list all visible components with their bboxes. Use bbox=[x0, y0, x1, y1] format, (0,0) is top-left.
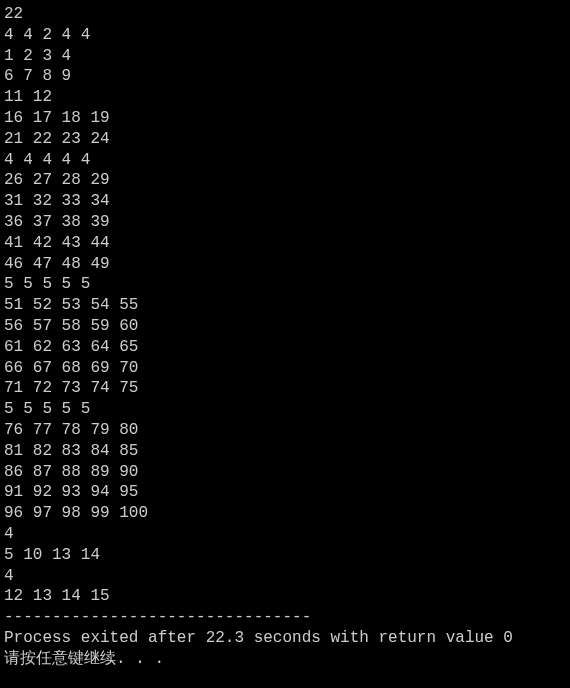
output-line: 31 32 33 34 bbox=[4, 191, 566, 212]
separator-line: -------------------------------- bbox=[4, 607, 566, 628]
output-line: 4 bbox=[4, 566, 566, 587]
output-line: 81 82 83 84 85 bbox=[4, 441, 566, 462]
output-line: 22 bbox=[4, 4, 566, 25]
output-line: 5 5 5 5 5 bbox=[4, 274, 566, 295]
output-line: 4 4 4 4 4 bbox=[4, 150, 566, 171]
output-line: 1 2 3 4 bbox=[4, 46, 566, 67]
output-line: 21 22 23 24 bbox=[4, 129, 566, 150]
output-line: 4 bbox=[4, 524, 566, 545]
output-line: 61 62 63 64 65 bbox=[4, 337, 566, 358]
output-line: 6 7 8 9 bbox=[4, 66, 566, 87]
output-line: 16 17 18 19 bbox=[4, 108, 566, 129]
output-line: 71 72 73 74 75 bbox=[4, 378, 566, 399]
output-line: 76 77 78 79 80 bbox=[4, 420, 566, 441]
output-line: 26 27 28 29 bbox=[4, 170, 566, 191]
output-line: 91 92 93 94 95 bbox=[4, 482, 566, 503]
output-line: 11 12 bbox=[4, 87, 566, 108]
output-line: 12 13 14 15 bbox=[4, 586, 566, 607]
output-line: 56 57 58 59 60 bbox=[4, 316, 566, 337]
press-any-key-prompt[interactable]: 请按任意键继续. . . bbox=[4, 649, 566, 670]
output-line: 4 4 2 4 4 bbox=[4, 25, 566, 46]
output-line: 66 67 68 69 70 bbox=[4, 358, 566, 379]
output-line: 5 10 13 14 bbox=[4, 545, 566, 566]
output-line: 51 52 53 54 55 bbox=[4, 295, 566, 316]
output-line: 41 42 43 44 bbox=[4, 233, 566, 254]
output-line: 46 47 48 49 bbox=[4, 254, 566, 275]
process-exit-message: Process exited after 22.3 seconds with r… bbox=[4, 628, 566, 649]
output-line: 86 87 88 89 90 bbox=[4, 462, 566, 483]
output-line: 5 5 5 5 5 bbox=[4, 399, 566, 420]
output-line: 96 97 98 99 100 bbox=[4, 503, 566, 524]
console-output: 22 4 4 2 4 4 1 2 3 4 6 7 8 9 11 12 16 17… bbox=[4, 4, 566, 670]
output-line: 36 37 38 39 bbox=[4, 212, 566, 233]
